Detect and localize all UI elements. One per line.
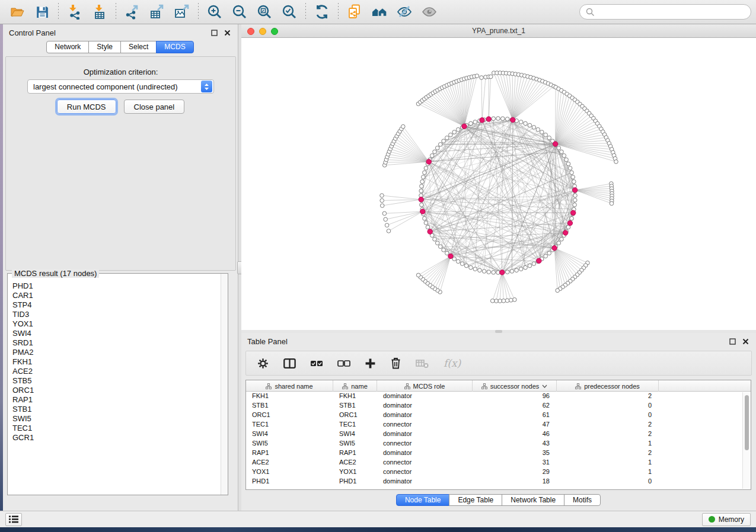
table-row[interactable]: STB1STB1dominator620 xyxy=(246,401,751,411)
table-row[interactable]: PHD1PHD1dominator180 xyxy=(246,477,751,486)
mcds-result-item[interactable]: SRD1 xyxy=(12,338,220,348)
table-panel: Table Panel f(x) shared namenameMCDS rol… xyxy=(241,333,756,511)
mcds-result-item[interactable]: PHD1 xyxy=(12,281,220,291)
delete-column-button[interactable] xyxy=(390,357,401,369)
table-tab-node-table[interactable]: Node Table xyxy=(396,494,450,506)
mcds-result-scrollbar[interactable] xyxy=(221,274,228,495)
column-header-predecessor-nodes[interactable]: predecessor nodes xyxy=(557,380,659,392)
mcds-result-box: MCDS result (17 nodes) PHD1CAR1STP4TID3Y… xyxy=(7,273,228,495)
memory-button[interactable]: Memory xyxy=(702,513,751,526)
column-header-successor-nodes[interactable]: successor nodes xyxy=(473,380,557,392)
select-all-rows-button[interactable] xyxy=(310,358,323,368)
network-canvas[interactable] xyxy=(241,38,756,330)
table-row[interactable]: RAP1RAP1dominator352 xyxy=(246,448,751,458)
tab-mcds[interactable]: MCDS xyxy=(156,41,193,53)
mcds-result-item[interactable]: YOX1 xyxy=(12,319,220,329)
task-history-button[interactable] xyxy=(5,513,22,526)
column-header-shared-name[interactable]: shared name xyxy=(246,380,333,392)
zoom-out-button[interactable] xyxy=(229,2,250,22)
close-table-panel-button[interactable] xyxy=(741,336,750,346)
run-mcds-button[interactable]: Run MCDS xyxy=(57,100,116,114)
gear-icon xyxy=(257,357,269,370)
table-row[interactable]: FKH1FKH1dominator962 xyxy=(246,392,751,401)
close-panel-button[interactable] xyxy=(222,28,232,37)
table-tab-network-table[interactable]: Network Table xyxy=(502,494,564,506)
mcds-result-item[interactable]: TEC1 xyxy=(12,424,220,433)
float-panel-button[interactable] xyxy=(209,28,219,37)
network-graph[interactable] xyxy=(241,38,756,330)
cell-successor-nodes: 47 xyxy=(473,420,557,430)
cell-name: RAP1 xyxy=(333,448,377,458)
list-icon xyxy=(9,515,18,523)
save-session-button[interactable] xyxy=(31,2,53,22)
deselect-all-rows-button[interactable] xyxy=(337,358,350,368)
table-row[interactable]: YOX1YOX1connector291 xyxy=(246,467,751,477)
table-tab-edge-table[interactable]: Edge Table xyxy=(449,494,502,506)
mcds-result-item[interactable]: STP4 xyxy=(12,300,220,310)
tab-network[interactable]: Network xyxy=(46,41,89,53)
export-image-button[interactable] xyxy=(171,2,193,22)
split-table-view-button[interactable] xyxy=(283,358,296,369)
cell-mcds-role: dominator xyxy=(377,411,473,420)
mcds-result-item[interactable]: TID3 xyxy=(12,310,220,319)
mcds-result-item[interactable]: SWI5 xyxy=(12,414,220,424)
export-table-button[interactable] xyxy=(146,2,168,22)
cell-name: TEC1 xyxy=(333,420,377,430)
mcds-result-item[interactable]: FKH1 xyxy=(12,357,220,367)
mcds-result-item[interactable]: RAP1 xyxy=(12,395,220,405)
mcds-result-item[interactable]: SWI4 xyxy=(12,329,220,338)
maximize-window-button[interactable] xyxy=(271,28,278,35)
tab-select[interactable]: Select xyxy=(120,41,157,53)
import-table-button[interactable] xyxy=(89,2,110,22)
search-input[interactable] xyxy=(598,8,745,16)
table-scrollbar-thumb[interactable] xyxy=(745,395,749,450)
tab-style[interactable]: Style xyxy=(88,41,121,53)
table-row[interactable]: SWI4SWI4dominator462 xyxy=(246,430,751,439)
column-header-name[interactable]: name xyxy=(333,380,377,392)
delete-table-button[interactable] xyxy=(416,358,429,368)
close-window-button[interactable] xyxy=(247,28,254,35)
toolbar-separator xyxy=(198,3,199,21)
first-neighbors-button[interactable] xyxy=(369,2,390,22)
control-panel-title: Control Panel xyxy=(9,28,56,37)
add-column-button[interactable] xyxy=(365,358,376,369)
cell-predecessor-nodes: 1 xyxy=(557,467,659,477)
node-table: shared namenameMCDS rolesuccessor nodesp… xyxy=(245,380,751,490)
mcds-result-item[interactable]: GCR1 xyxy=(12,433,220,443)
table-scrollbar[interactable] xyxy=(742,392,750,489)
mcds-result-item[interactable]: CAR1 xyxy=(12,291,220,300)
table-tab-motifs[interactable]: Motifs xyxy=(564,494,601,506)
cell-shared-name: STB1 xyxy=(246,401,333,411)
table-row[interactable]: SWI5SWI5connector431 xyxy=(246,439,751,448)
apply-layout-button[interactable] xyxy=(311,2,333,22)
hide-selected-button[interactable] xyxy=(394,2,415,22)
select-all-icon xyxy=(310,358,323,368)
zoom-in-button[interactable] xyxy=(204,2,225,22)
mcds-result-item[interactable]: STB1 xyxy=(12,405,220,414)
cell-predecessor-nodes: 2 xyxy=(557,430,659,439)
mcds-result-item[interactable]: ORC1 xyxy=(12,386,220,395)
status-bar: Memory xyxy=(0,511,756,527)
mcds-result-item[interactable]: STB5 xyxy=(12,376,220,386)
table-settings-button[interactable] xyxy=(257,357,269,370)
network-window-titlebar[interactable]: YPA_prune.txt_1 xyxy=(241,24,756,38)
open-session-button[interactable] xyxy=(7,2,28,22)
function-builder-button[interactable]: f(x) xyxy=(444,357,461,369)
mcds-result-item[interactable]: ACE2 xyxy=(12,367,220,376)
show-all-button[interactable] xyxy=(419,2,440,22)
cell-name: YOX1 xyxy=(333,467,377,477)
mcds-result-item[interactable]: PMA2 xyxy=(12,348,220,357)
export-network-button[interactable] xyxy=(122,2,143,22)
clone-network-button[interactable] xyxy=(344,2,365,22)
column-header-mcds-role[interactable]: MCDS role xyxy=(377,380,473,392)
close-mcds-panel-button[interactable]: Close panel xyxy=(124,100,185,114)
float-table-panel-button[interactable] xyxy=(728,336,737,346)
optimization-criterion-select[interactable]: largest connected component (undirected) xyxy=(27,79,214,94)
table-row[interactable]: ACE2ACE2connector311 xyxy=(246,458,751,467)
table-row[interactable]: ORC1ORC1dominator610 xyxy=(246,411,751,420)
zoom-selected-button[interactable] xyxy=(279,2,300,22)
import-network-button[interactable] xyxy=(64,2,85,22)
minimize-window-button[interactable] xyxy=(259,28,266,35)
zoom-fit-button[interactable] xyxy=(254,2,275,22)
table-row[interactable]: TEC1TEC1connector472 xyxy=(246,420,751,430)
